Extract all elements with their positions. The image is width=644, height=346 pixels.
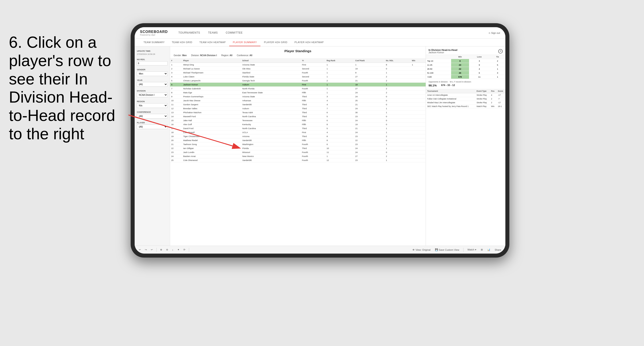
standings-row[interactable]: 8 Mats Ege East Tennessee State Fifth 1 … — [170, 91, 426, 95]
left-sidebar: Update time: 27/03/2024 16:56:26 No Rds.… — [135, 46, 170, 246]
nav-tab-committee[interactable]: COMMITTEE — [222, 28, 247, 38]
tourn-event-type: Match Play — [475, 105, 490, 108]
cell-reg-rank: 1 — [326, 87, 354, 91]
cell-player: Jackson Koivun — [182, 83, 241, 87]
cell-win — [411, 158, 426, 162]
standings-row[interactable]: 10 Jacob Mac Diesse Arkansas Fifth 4 25 … — [170, 99, 426, 103]
cell-no-rds: 1 — [385, 71, 411, 75]
standings-row[interactable]: 22 Ian Gilligan Florida Third 10 24 1 — [170, 146, 426, 150]
standings-row[interactable]: 3 Michael Thorbjornsen Stanford Fourth 1… — [170, 71, 426, 75]
cell-school: UCLA — [241, 131, 301, 134]
cell-win: 1 — [411, 63, 426, 67]
standings-row[interactable]: 20 Matthew Riedel Vanderbilt Fifth 8 22 … — [170, 138, 426, 142]
standings-row[interactable]: 19 Tiger Christensen Arizona Third 8 23 … — [170, 134, 426, 138]
tourn-name: Mirabel Maui Jim Intercollegiate — [426, 101, 475, 105]
watch-button[interactable]: Watch ▾ — [466, 248, 478, 252]
player-select[interactable]: (All) — [137, 125, 168, 129]
cell-player: Nicholas Gabrelcik — [182, 87, 241, 91]
sidebar-region: Region N/a — [137, 100, 168, 108]
h2h-opponents-label: Opponents in division: W-L-T record in-d… — [428, 81, 503, 83]
zoom-in-button[interactable]: ⊕ — [159, 248, 163, 252]
sub-tab-player-h2h-grid[interactable]: PLAYER H2H GRID — [260, 39, 291, 46]
cell-school: Auburn — [241, 107, 301, 111]
standings-row[interactable]: 13 Phichaksn Maichon Texas A&M Third 6 3… — [170, 111, 426, 115]
cell-conf-rank: 21 — [354, 103, 385, 107]
standings-row[interactable]: 21 Taehoon Song Washington Fourth 6 23 1 — [170, 142, 426, 146]
h2h-loss: 4 — [469, 67, 490, 71]
h2h-row: 11-25 20 9 5 — [426, 63, 505, 67]
sub-tab-player-summary[interactable]: PLAYER SUMMARY — [229, 39, 260, 46]
cell-player: Maxwell Ford — [182, 115, 241, 119]
cell-conf-rank: 27 — [354, 87, 385, 91]
cell-rank: 15 — [170, 119, 182, 123]
conference-select[interactable]: (All) — [137, 114, 168, 119]
cell-win — [411, 146, 426, 150]
cell-rank: 12 — [170, 107, 182, 111]
cell-school: East Tennessee State — [241, 91, 301, 95]
layout-button[interactable]: ⊞ — [480, 248, 484, 252]
standings-row[interactable]: 24 Bastien Amat New Mexico Fourth 1 27 2 — [170, 154, 426, 158]
cell-win — [411, 123, 426, 127]
cell-rank: 25 — [170, 158, 182, 162]
sidebar-year: Year (All) — [137, 79, 168, 87]
refresh-button[interactable]: ⟳ — [182, 248, 186, 252]
share-button[interactable]: Share — [494, 248, 502, 252]
cell-player: Jacob Mac Diesse — [182, 99, 241, 103]
fit-button[interactable]: ↕ — [171, 248, 174, 252]
cell-school: Arkansas — [241, 99, 301, 103]
chart-button[interactable]: 📊 — [486, 248, 492, 252]
view-original-button[interactable]: 👁 View: Original — [411, 248, 432, 252]
undo-button[interactable]: ↩ — [138, 248, 142, 252]
sub-tab-team-h2h-grid[interactable]: TEAM H2H GRID — [168, 39, 196, 46]
standings-row[interactable]: 5 Christo Lamprecht Georgia Tech Fourth … — [170, 79, 426, 83]
standings-row[interactable]: 11 Gordon Sargent Vanderbilt Third 4 21 … — [170, 103, 426, 107]
standings-row[interactable]: 7 Nicholas Gabrelcik North Florida Fourt… — [170, 87, 426, 91]
cell-yr: Third — [301, 127, 325, 131]
division-select[interactable]: NCAA Division I — [137, 93, 168, 97]
standings-title: Player Standings — [170, 46, 426, 54]
gender-select[interactable]: Men — [137, 71, 168, 76]
standings-row[interactable]: 23 Jack Lundin Missouri Fourth 11 24 0 — [170, 150, 426, 154]
sub-tab-team-summary[interactable]: TEAM SUMMARY — [140, 39, 168, 46]
standings-row[interactable]: 14 Maxwell Ford North Carolina Third 5 2… — [170, 115, 426, 119]
standings-row[interactable]: 17 David Ford North Carolina Third 5 21 … — [170, 127, 426, 131]
region-select[interactable]: N/a — [137, 103, 168, 108]
standings-row[interactable]: 15 Jake Hall Tennessee Fifth 6 24 0 — [170, 119, 426, 123]
tourn-event-type: Stroke Play — [475, 101, 490, 105]
cell-reg-rank: 10 — [326, 146, 354, 150]
reset-button[interactable]: ↩ — [150, 248, 154, 252]
standings-table-wrapper[interactable]: # Player School Yr Reg Rank Conf Rank No… — [170, 59, 426, 246]
standings-row[interactable]: 25 Cole Sherwood Vanderbilt Fourth 12 23… — [170, 158, 426, 162]
cell-conf-rank: 21 — [354, 79, 385, 83]
cell-conf-rank: 24 — [354, 146, 385, 150]
sign-out-button[interactable]: ⎋ Sign out — [489, 32, 500, 34]
h2h-close-button[interactable]: ✕ — [498, 49, 503, 53]
standings-row[interactable]: 18 Luke Powell UCLA First 4 24 1 — [170, 131, 426, 134]
cell-yr: Third — [301, 107, 325, 111]
zoom-out-button[interactable]: ⊖ — [165, 248, 169, 252]
settings-button[interactable]: ✦ — [176, 248, 180, 252]
standings-row[interactable]: 2 Michael La Sasso Ole Miss Second 1 19 … — [170, 67, 426, 71]
sub-tab-player-h2h-heatmap[interactable]: PLAYER H2H HEATMAP — [291, 39, 327, 46]
cell-player: Gordon Sargent — [182, 103, 241, 107]
year-select[interactable]: (All) — [137, 82, 168, 87]
redo-button[interactable]: ↪ — [144, 248, 148, 252]
cell-yr: Fifth — [301, 91, 325, 95]
standings-row[interactable]: 1 Wenyi Ding Arizona State First 1 1 8 1 — [170, 63, 426, 67]
cell-yr: Third — [301, 95, 325, 99]
standings-row[interactable]: 4 Luke Claton Florida State Second 1 27 … — [170, 75, 426, 79]
nav-tab-tournaments[interactable]: TOURNAMENTS — [174, 28, 204, 38]
standings-row[interactable]: 12 Brendan Valles Auburn Third 7 24 1 — [170, 107, 426, 111]
standings-row[interactable]: 6 Jackson Koivun Auburn First 1 18 1 — [170, 83, 426, 87]
save-custom-button[interactable]: 💾 Save Custom View — [434, 248, 460, 252]
standings-row[interactable]: 9 Preston Summerhays Arizona State Third… — [170, 95, 426, 99]
standings-row[interactable]: 16 Alex Goff Kentucky Fifth 8 19 0 — [170, 123, 426, 127]
cell-rank: 23 — [170, 150, 182, 154]
logo-area: SCOREBOARD Powered by clipd — [140, 30, 168, 36]
h2h-range: Top 10 — [426, 59, 451, 63]
nav-tab-teams[interactable]: TEAMS — [204, 28, 222, 38]
no-rds-input[interactable] — [137, 61, 168, 65]
sub-tab-team-h2h-heatmap[interactable]: TEAM H2H HEATMAP — [196, 39, 229, 46]
cell-no-rds: 1 — [385, 107, 411, 111]
cell-conf-rank: 24 — [354, 107, 385, 111]
